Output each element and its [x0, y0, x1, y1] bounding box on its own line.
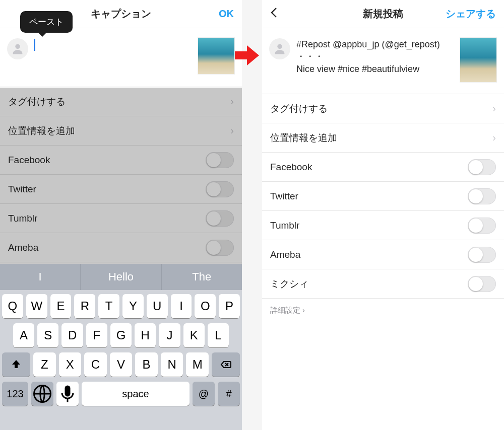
caption-text[interactable]: #Repost @appbu_jp (@get_repost) ・・・ Nice… [296, 37, 455, 75]
svg-point-3 [277, 44, 282, 49]
back-button[interactable] [270, 7, 278, 21]
row-label: 位置情報を追加 [270, 131, 337, 145]
row-label: Ameba [8, 242, 38, 253]
paste-popup[interactable]: ペースト [20, 11, 73, 33]
key-y[interactable]: Y [122, 294, 144, 318]
key-i[interactable]: I [171, 294, 192, 318]
right-screenshot: 新規投稿 シェアする #Repost @appbu_jp (@get_repos… [262, 0, 504, 430]
key-t[interactable]: T [98, 294, 119, 318]
at-key[interactable]: @ [193, 382, 215, 406]
key-q[interactable]: Q [2, 294, 23, 318]
add-location-row[interactable]: 位置情報を追加 › [262, 123, 504, 153]
chevron-right-icon: › [230, 96, 234, 107]
row-label: Facebook [270, 162, 312, 173]
row-label: ミクシィ [270, 277, 308, 291]
key-a[interactable]: A [13, 323, 34, 347]
row-label: Tumblr [270, 220, 299, 231]
key-s[interactable]: S [37, 323, 58, 347]
share-row-tumblr[interactable]: Tumblr [262, 211, 504, 240]
key-l[interactable]: L [208, 323, 229, 347]
suggestion[interactable]: The [162, 264, 242, 290]
key-x[interactable]: X [59, 352, 82, 377]
tag-people-row[interactable]: タグ付けする › [0, 87, 242, 116]
toggle[interactable] [206, 152, 234, 168]
toggle[interactable] [468, 247, 496, 263]
key-z[interactable]: Z [33, 352, 56, 377]
share-row-ameba[interactable]: Ameba [262, 240, 504, 269]
share-row-twitter[interactable]: Twitter [0, 175, 242, 204]
toggle[interactable] [206, 240, 234, 256]
left-screenshot: キャプション OK ペースト タグ付けする › 位置情報を追加 › [0, 0, 242, 430]
share-row-twitter[interactable]: Twitter [262, 182, 504, 211]
options-list: タグ付けする › 位置情報を追加 › Facebook Twitter Tumb… [262, 94, 504, 299]
key-g[interactable]: G [110, 323, 132, 347]
share-row-mixi[interactable]: ミクシィ [262, 269, 504, 299]
toggle[interactable] [468, 159, 496, 175]
chevron-left-icon [270, 7, 278, 18]
kb-row-1: Q W E R T Y U I O P [2, 294, 240, 318]
kb-row-2: A S D F G H J K L [2, 323, 240, 347]
share-button[interactable]: シェアする [446, 7, 496, 21]
chevron-right-icon: › [302, 306, 305, 314]
toggle[interactable] [468, 276, 496, 292]
caption-area[interactable] [0, 28, 242, 87]
key-b[interactable]: B [135, 352, 158, 377]
hash-key[interactable]: # [218, 382, 240, 406]
share-row-ameba[interactable]: Ameba [0, 233, 242, 262]
backspace-key[interactable] [212, 352, 240, 377]
key-p[interactable]: P [219, 294, 240, 318]
row-label: Twitter [270, 191, 298, 202]
key-v[interactable]: V [110, 352, 133, 377]
share-row-tumblr[interactable]: Tumblr [0, 204, 242, 233]
header-title: キャプション [91, 7, 151, 21]
toggle[interactable] [206, 181, 234, 197]
svg-point-0 [15, 44, 20, 49]
mic-key[interactable] [56, 382, 79, 406]
numeric-key[interactable]: 123 [2, 382, 28, 406]
key-j[interactable]: J [159, 323, 180, 347]
toggle[interactable] [206, 210, 234, 227]
suggestion[interactable]: I [0, 264, 81, 290]
ios-keyboard[interactable]: I Hello The Q W E R T Y U I O P A [0, 264, 242, 430]
svg-rect-2 [65, 386, 71, 397]
key-e[interactable]: E [50, 294, 72, 318]
key-n[interactable]: N [161, 352, 183, 377]
caption-input[interactable] [34, 37, 193, 51]
key-d[interactable]: D [61, 323, 83, 347]
row-label: 位置情報を追加 [8, 124, 75, 137]
suggestion-bar: I Hello The [0, 264, 242, 290]
options-list: タグ付けする › 位置情報を追加 › Facebook Twitter Tumb… [0, 87, 242, 262]
caption-area[interactable]: #Repost @appbu_jp (@get_repost) ・・・ Nice… [262, 28, 504, 94]
post-thumbnail[interactable] [198, 37, 235, 75]
transition-arrow-icon [235, 44, 259, 66]
key-k[interactable]: K [183, 323, 205, 347]
advanced-settings-link[interactable]: 詳細設定› [262, 299, 504, 322]
key-o[interactable]: O [195, 294, 216, 318]
chevron-right-icon: › [492, 103, 496, 114]
row-label: タグ付けする [270, 102, 328, 115]
avatar [7, 38, 28, 59]
space-key[interactable]: space [82, 382, 190, 406]
post-thumbnail[interactable] [460, 37, 497, 83]
add-location-row[interactable]: 位置情報を追加 › [0, 116, 242, 146]
suggestion[interactable]: Hello [81, 264, 161, 290]
tag-people-row[interactable]: タグ付けする › [262, 94, 504, 123]
key-c[interactable]: C [84, 352, 107, 377]
toggle[interactable] [468, 218, 496, 234]
advanced-label: 詳細設定 [270, 306, 300, 314]
key-u[interactable]: U [147, 294, 168, 318]
share-row-facebook[interactable]: Facebook [0, 146, 242, 175]
key-h[interactable]: H [135, 323, 156, 347]
key-m[interactable]: M [186, 352, 209, 377]
key-f[interactable]: F [86, 323, 107, 347]
key-w[interactable]: W [26, 294, 47, 318]
shift-key[interactable] [2, 352, 30, 377]
key-r[interactable]: R [74, 294, 95, 318]
globe-icon [31, 383, 53, 405]
toggle[interactable] [468, 188, 496, 204]
globe-key[interactable] [31, 382, 53, 406]
ok-button[interactable]: OK [219, 8, 234, 20]
share-row-facebook[interactable]: Facebook [262, 153, 504, 182]
mic-icon [56, 383, 79, 405]
paste-popup-label: ペースト [29, 17, 64, 27]
